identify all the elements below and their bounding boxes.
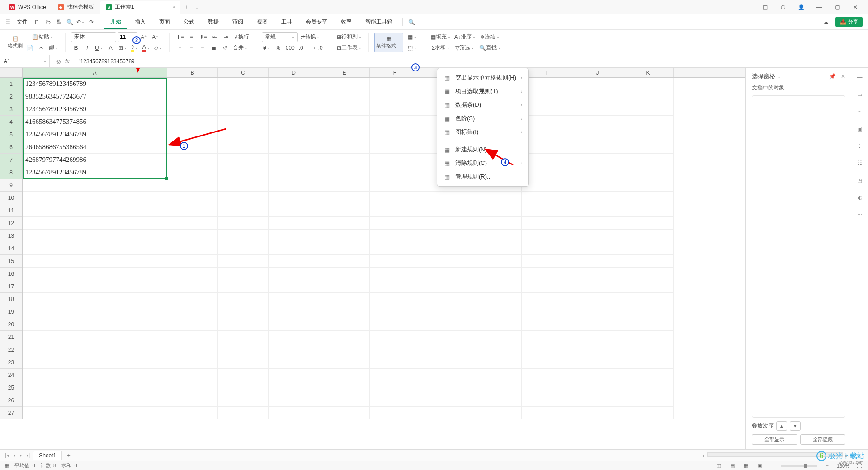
ctx-清除规则(C)[interactable]: ▦清除规则(C)›	[437, 156, 528, 170]
cell-K1[interactable]	[623, 78, 674, 90]
sum-button[interactable]: Σ 求和⌄	[429, 43, 452, 53]
file-menu[interactable]: 文件	[13, 16, 31, 28]
cell-C3[interactable]	[218, 103, 269, 116]
row-header-3[interactable]: 3	[0, 103, 22, 116]
scroll-left-icon[interactable]: ◂	[699, 452, 707, 459]
share-button[interactable]: 📤 分享	[835, 17, 863, 27]
decrease-indent-button[interactable]: ⇤	[210, 32, 220, 42]
col-header-I[interactable]: I	[522, 68, 572, 77]
collapse-icon[interactable]: —	[855, 72, 865, 82]
menu-review[interactable]: 审阅	[226, 15, 250, 28]
cell-I27[interactable]	[522, 407, 572, 419]
cell-F15[interactable]	[370, 255, 420, 268]
cell-D13[interactable]	[269, 230, 319, 242]
cell-E19[interactable]	[319, 306, 370, 318]
circle-icon[interactable]: ◎	[56, 58, 61, 65]
cell-F18[interactable]	[370, 293, 420, 306]
fill-button[interactable]: ▦ 填充⌄	[429, 32, 452, 42]
row-header-12[interactable]: 12	[0, 217, 22, 230]
row-header-27[interactable]: 27	[0, 407, 22, 419]
cell-I26[interactable]	[522, 394, 572, 407]
cell-F21[interactable]	[370, 331, 420, 343]
cell-C25[interactable]	[218, 381, 269, 394]
cell-J21[interactable]	[572, 331, 623, 343]
cell-C17[interactable]	[218, 280, 269, 293]
cell-C11[interactable]	[218, 204, 269, 217]
cell-F25[interactable]	[370, 381, 420, 394]
cell-J18[interactable]	[572, 293, 623, 306]
cell-C7[interactable]	[218, 154, 269, 166]
crop-button[interactable]: ⬚⌄	[406, 43, 418, 53]
cell-H14[interactable]	[471, 242, 522, 255]
cell-C26[interactable]	[218, 394, 269, 407]
cell-A6[interactable]: 264658686755386564	[23, 141, 167, 154]
fill-color-button[interactable]: ◊⌄	[130, 43, 140, 53]
sheet-tab-1[interactable]: Sheet1	[33, 451, 62, 460]
row-header-14[interactable]: 14	[0, 242, 22, 255]
cell-E25[interactable]	[319, 381, 370, 394]
cell-H18[interactable]	[471, 293, 522, 306]
ctx-新建规则(N)...[interactable]: ▦新建规则(N)...	[437, 143, 528, 156]
cell-A27[interactable]	[23, 407, 167, 419]
font-color-button[interactable]: A⌄	[141, 43, 151, 53]
menu-data[interactable]: 数据	[202, 15, 225, 28]
cell-F12[interactable]	[370, 217, 420, 230]
close-button[interactable]: ✕	[846, 1, 864, 14]
cell-J22[interactable]	[572, 343, 623, 356]
cell-C10[interactable]	[218, 192, 269, 204]
col-header-E[interactable]: E	[319, 68, 370, 77]
cell-A18[interactable]	[23, 293, 167, 306]
align-right-button[interactable]: ≡	[198, 43, 208, 53]
cell-F11[interactable]	[370, 204, 420, 217]
select-all-corner[interactable]	[0, 68, 23, 77]
settings-icon[interactable]: ☷	[855, 158, 865, 168]
row-header-18[interactable]: 18	[0, 293, 22, 306]
align-bottom-button[interactable]: ⬇≡	[198, 32, 208, 42]
pin-icon[interactable]: 📌	[829, 73, 836, 80]
cell-J24[interactable]	[572, 369, 623, 381]
cell-E9[interactable]	[319, 179, 370, 192]
cell-H27[interactable]	[471, 407, 522, 419]
row-header-9[interactable]: 9	[0, 179, 22, 192]
row-header-13[interactable]: 13	[0, 230, 22, 242]
cell-C4[interactable]	[218, 116, 269, 128]
cell-K4[interactable]	[623, 116, 674, 128]
cell-D24[interactable]	[269, 369, 319, 381]
row-header-8[interactable]: 8	[0, 166, 22, 179]
cell-I3[interactable]	[522, 103, 572, 116]
cell-J1[interactable]	[572, 78, 623, 90]
col-header-A[interactable]: A	[23, 68, 167, 77]
cell-E11[interactable]	[319, 204, 370, 217]
zoom-slider[interactable]	[781, 465, 817, 467]
cell-C23[interactable]	[218, 356, 269, 369]
row-header-6[interactable]: 6	[0, 141, 22, 154]
cell-G18[interactable]	[420, 293, 471, 306]
row-header-1[interactable]: 1	[0, 78, 22, 90]
cell-F20[interactable]	[370, 318, 420, 331]
table-style-button[interactable]: ▦⌄	[406, 32, 418, 42]
cell-B8[interactable]	[167, 166, 218, 179]
cell-J23[interactable]	[572, 356, 623, 369]
cell-K15[interactable]	[623, 255, 674, 268]
cell-K27[interactable]	[623, 407, 674, 419]
cell-E4[interactable]	[319, 116, 370, 128]
cell-J20[interactable]	[572, 318, 623, 331]
cell-I11[interactable]	[522, 204, 572, 217]
cell-G24[interactable]	[420, 369, 471, 381]
cell-B4[interactable]	[167, 116, 218, 128]
cell-A10[interactable]	[23, 192, 167, 204]
cell-D9[interactable]	[269, 179, 319, 192]
cell-A7[interactable]: 426879797744269986	[23, 154, 167, 166]
cell-E1[interactable]	[319, 78, 370, 90]
cell-G16[interactable]	[420, 268, 471, 280]
preview-icon[interactable]: 🔍	[65, 19, 75, 25]
cell-F23[interactable]	[370, 356, 420, 369]
search-icon[interactable]: 🔍	[406, 19, 416, 25]
font-name-select[interactable]: 宋体	[71, 32, 116, 42]
cell-F14[interactable]	[370, 242, 420, 255]
row-header-24[interactable]: 24	[0, 369, 22, 381]
cell-I2[interactable]	[522, 90, 572, 103]
col-header-D[interactable]: D	[269, 68, 319, 77]
tab-workbook[interactable]: S 工作簿1 •	[100, 1, 181, 14]
borders-button[interactable]: ⊞⌄	[117, 43, 128, 53]
